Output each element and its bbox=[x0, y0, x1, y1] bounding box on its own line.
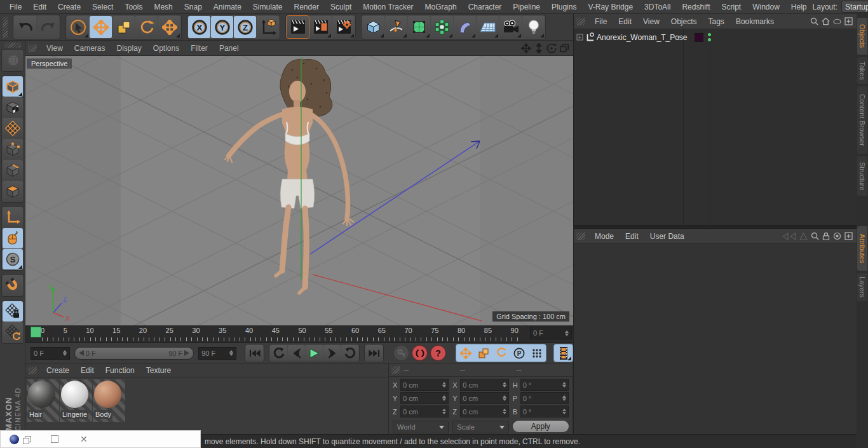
tab-structure[interactable]: Structure bbox=[857, 156, 867, 196]
panel-grip[interactable] bbox=[391, 366, 400, 374]
stepper-arrows[interactable] bbox=[503, 395, 506, 401]
render-settings-button[interactable] bbox=[332, 16, 355, 38]
menubar-item[interactable]: Motion Tracker bbox=[357, 3, 419, 11]
material-name[interactable]: Body bbox=[94, 410, 112, 419]
material-item[interactable]: Hair bbox=[27, 379, 59, 422]
render-view-button[interactable] bbox=[287, 16, 309, 38]
array-button[interactable] bbox=[431, 16, 453, 38]
make-editable-button[interactable] bbox=[3, 50, 23, 71]
timeline-ruler[interactable]: 051015202530354045505560657075808590 0 F bbox=[25, 325, 573, 343]
menubar-item[interactable]: Create bbox=[52, 3, 86, 11]
floor-button[interactable] bbox=[477, 16, 499, 38]
camera-button[interactable] bbox=[499, 16, 522, 38]
coordinate-system-dropdown[interactable]: World bbox=[393, 421, 449, 433]
viewport-toggle-icon[interactable] bbox=[559, 43, 569, 53]
attribute-menu-item[interactable]: Mode bbox=[589, 232, 620, 241]
key-rotation-button[interactable] bbox=[492, 345, 510, 361]
lock-x-axis-button[interactable]: X bbox=[188, 16, 210, 38]
close-window-icon[interactable]: ✕ bbox=[80, 434, 88, 444]
lock-z-axis-button[interactable]: Z bbox=[234, 16, 256, 38]
next-frame-button[interactable] bbox=[323, 345, 341, 361]
object-manager-menu-item[interactable]: Bookmarks bbox=[730, 17, 780, 26]
render-to-picture-viewer-button[interactable] bbox=[309, 16, 332, 38]
stepper-arrows[interactable] bbox=[562, 395, 566, 401]
menubar-item[interactable]: Select bbox=[86, 3, 119, 11]
edges-mode-button[interactable] bbox=[3, 160, 23, 180]
stepper-arrows[interactable] bbox=[562, 409, 566, 414]
viewport-menu-item[interactable]: View bbox=[41, 44, 69, 53]
viewport-menu-item[interactable]: Options bbox=[147, 44, 185, 53]
model-mode-button[interactable] bbox=[3, 76, 23, 97]
apply-button[interactable]: Apply bbox=[513, 421, 569, 432]
lock-y-axis-button[interactable]: Y bbox=[211, 16, 233, 38]
null-object-icon[interactable] bbox=[585, 32, 595, 42]
menubar-item[interactable]: File bbox=[4, 3, 27, 11]
stepper-arrows[interactable] bbox=[442, 395, 446, 401]
material-menu-item[interactable]: Function bbox=[100, 366, 140, 375]
key-point-level-button[interactable]: P bbox=[510, 345, 527, 361]
tab-attributes[interactable]: Attributes bbox=[857, 226, 867, 271]
menubar-item[interactable]: 3DToAll bbox=[639, 3, 676, 11]
menubar-item[interactable]: Simulate bbox=[247, 3, 288, 11]
coordinate-field[interactable]: 0 ° bbox=[520, 379, 569, 391]
stepper-arrows[interactable] bbox=[229, 350, 233, 356]
panel-grip[interactable] bbox=[28, 367, 37, 374]
material-name[interactable]: Lingerie bbox=[61, 410, 88, 419]
object-manager-menu-item[interactable]: Objects bbox=[665, 17, 703, 26]
search-icon[interactable] bbox=[810, 17, 818, 25]
redo-button[interactable] bbox=[37, 16, 59, 38]
go-to-start-button[interactable] bbox=[246, 345, 263, 361]
menubar-item[interactable]: Render bbox=[288, 3, 325, 11]
tab-takes[interactable]: Takes bbox=[857, 57, 867, 84]
preview-range-slider[interactable]: 0 F 90 F bbox=[74, 347, 194, 360]
restore-window-icon[interactable] bbox=[23, 436, 30, 443]
tab-layers[interactable]: Layers bbox=[857, 273, 867, 301]
go-to-end-button[interactable] bbox=[365, 345, 383, 361]
search-icon[interactable] bbox=[811, 232, 819, 240]
timeline-button[interactable] bbox=[555, 345, 572, 361]
next-key-button[interactable] bbox=[341, 345, 358, 361]
object-manager-menu-item[interactable]: Tags bbox=[703, 17, 730, 26]
viewport-canvas[interactable]: Y Z X Perspective Grid Spacing : 100 cm bbox=[25, 56, 573, 326]
range-end-spinner[interactable]: 90 F bbox=[198, 347, 236, 360]
coordinate-system-button[interactable] bbox=[257, 16, 279, 38]
menubar-item[interactable]: Pipeline bbox=[507, 3, 546, 11]
live-selection-button[interactable] bbox=[67, 16, 89, 38]
object-tree[interactable]: Anorexic_Woman_T_Pose bbox=[574, 29, 857, 225]
toolbar-grip[interactable] bbox=[4, 43, 21, 48]
pen-spline-button[interactable] bbox=[385, 16, 407, 38]
maximize-window-icon[interactable] bbox=[51, 435, 58, 443]
menubar-item[interactable]: Script bbox=[715, 3, 747, 11]
range-start-spinner[interactable]: 0 F bbox=[31, 347, 70, 360]
workplane-rotate-button[interactable] bbox=[3, 322, 23, 343]
viewport-menu-item[interactable]: Display bbox=[111, 44, 147, 53]
viewport-pan-icon[interactable] bbox=[521, 43, 531, 53]
object-row[interactable]: Anorexic_Woman_T_Pose bbox=[574, 31, 857, 44]
soft-selection-button[interactable]: S bbox=[3, 249, 23, 269]
polygons-mode-button[interactable] bbox=[3, 181, 23, 201]
subdivision-surface-button[interactable] bbox=[408, 16, 430, 38]
expand-icon[interactable] bbox=[576, 34, 583, 41]
texture-mode-button[interactable] bbox=[3, 97, 23, 118]
coordinate-field[interactable]: 0 cm bbox=[400, 405, 449, 417]
material-preview-sphere[interactable] bbox=[94, 381, 121, 408]
viewport-dolly-icon[interactable] bbox=[534, 43, 544, 53]
camera-label[interactable]: Perspective bbox=[27, 58, 72, 69]
coordinate-mode-dropdown[interactable]: Scale bbox=[452, 421, 508, 433]
material-preview-sphere[interactable] bbox=[28, 381, 55, 408]
material-menu-item[interactable]: Create bbox=[41, 366, 75, 375]
material-menu-item[interactable]: Edit bbox=[75, 366, 100, 375]
object-manager-menu-item[interactable]: Edit bbox=[613, 17, 637, 26]
tab-objects[interactable]: Objects bbox=[857, 18, 867, 55]
stepper-arrows[interactable] bbox=[63, 350, 67, 356]
record-key-button[interactable] bbox=[393, 345, 409, 361]
viewport-menu-item[interactable]: Panel bbox=[214, 44, 245, 53]
coordinate-field[interactable]: 0 cm bbox=[460, 405, 508, 417]
viewport-menu-item[interactable]: Filter bbox=[185, 44, 214, 53]
coordinate-field[interactable]: 0 ° bbox=[520, 405, 569, 417]
menubar-item[interactable]: Tools bbox=[119, 3, 148, 11]
panel-grip[interactable] bbox=[576, 233, 585, 240]
layout-dropdown[interactable]: Startup bbox=[841, 1, 868, 13]
autokeying-help-button[interactable]: ? bbox=[430, 345, 446, 361]
play-button[interactable] bbox=[306, 345, 323, 361]
